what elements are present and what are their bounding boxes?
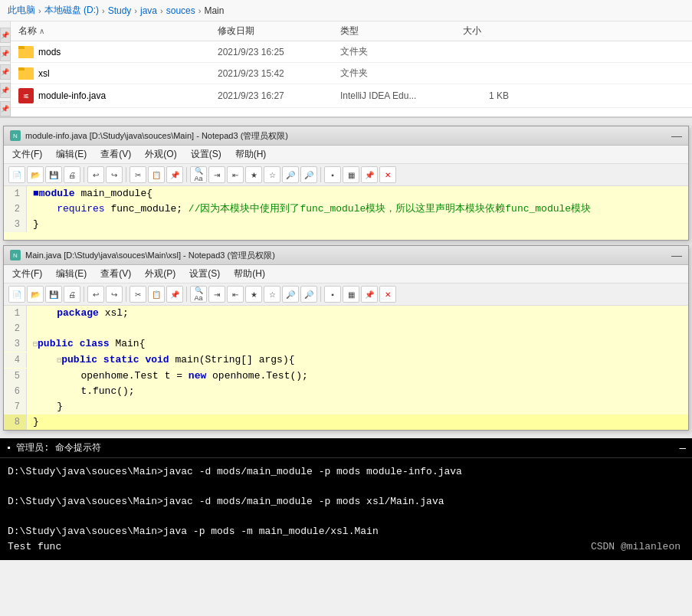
col-type[interactable]: 类型 bbox=[340, 25, 463, 38]
breadcrumb-drive[interactable]: 本地磁盘 (D:) bbox=[44, 4, 99, 17]
tb2-search2[interactable]: 🔎 bbox=[300, 286, 317, 303]
tb2-undo[interactable]: ↩ bbox=[87, 286, 104, 303]
menu-file-1[interactable]: 文件(F) bbox=[10, 147, 44, 162]
pin-btn-5[interactable]: 📌 bbox=[0, 101, 11, 116]
tb2-close[interactable]: ✕ bbox=[379, 286, 396, 303]
tb2-new[interactable]: 📄 bbox=[8, 286, 25, 303]
tb-undo[interactable]: ↩ bbox=[87, 166, 104, 183]
file-name: mods bbox=[38, 47, 61, 57]
tb-print[interactable]: 🖨 bbox=[64, 166, 80, 183]
sep2c bbox=[186, 287, 187, 302]
tb2-open[interactable]: 📂 bbox=[27, 286, 44, 303]
breadcrumb-study[interactable]: Study bbox=[108, 5, 132, 16]
code-line: 6 t.func(); bbox=[4, 384, 688, 399]
code-line: 4 ⊟public static void main(String[] args… bbox=[4, 352, 688, 369]
breadcrumb-pc[interactable]: 此电脑 bbox=[8, 4, 35, 17]
menu-appearance-1[interactable]: 外观(O) bbox=[143, 147, 179, 162]
breadcrumb-souces[interactable]: souces bbox=[166, 5, 195, 16]
tb-open[interactable]: 📂 bbox=[27, 166, 44, 183]
line-num: 2 bbox=[4, 202, 27, 217]
code-line: 7 } bbox=[4, 399, 688, 414]
tb2-search1[interactable]: 🔎 bbox=[282, 286, 299, 303]
pin-btn-1[interactable]: 📌 bbox=[0, 28, 11, 43]
code-line: 2 requires func_module; //因为本模块中使用到了func… bbox=[4, 202, 688, 217]
pin-btn-3[interactable]: 📌 bbox=[0, 64, 11, 80]
tb-pin[interactable]: 📌 bbox=[361, 166, 378, 183]
tb-paste[interactable]: 📌 bbox=[166, 166, 183, 183]
tb2-paste[interactable]: 📌 bbox=[166, 286, 183, 303]
notepad-icon: N bbox=[10, 130, 21, 141]
menu-appearance-2[interactable]: 外观(P) bbox=[143, 267, 178, 281]
menu-file-2[interactable]: 文件(F) bbox=[10, 267, 44, 281]
menu-view-2[interactable]: 查看(V) bbox=[98, 267, 133, 281]
line-num: 3 bbox=[4, 336, 27, 352]
cmd-minimize-btn[interactable]: — bbox=[680, 442, 686, 454]
tb2-pin[interactable]: 📌 bbox=[361, 286, 378, 303]
tb-search1[interactable]: 🔎 bbox=[282, 166, 299, 183]
menu-settings-1[interactable]: 设置(S) bbox=[189, 147, 224, 162]
cmd-body: D:\Study\java\souces\Main>javac -d mods/… bbox=[0, 458, 692, 560]
menu-help-1[interactable]: 帮助(H) bbox=[233, 147, 269, 162]
tb2-bookmark2[interactable]: ☆ bbox=[264, 286, 280, 303]
cmd-line-5: D:\Study\java\souces\Main>java -p mods -… bbox=[8, 524, 684, 539]
pin-btn-2[interactable]: 📌 bbox=[0, 46, 11, 61]
line-num: 3 bbox=[4, 217, 27, 232]
menu-view-1[interactable]: 查看(V) bbox=[98, 147, 133, 162]
breadcrumb-main: Main bbox=[204, 5, 224, 16]
tb-bookmark2[interactable]: ☆ bbox=[264, 166, 280, 183]
col-size[interactable]: 大小 bbox=[463, 25, 524, 38]
tb-close[interactable]: ✕ bbox=[379, 166, 396, 183]
tb2-find[interactable]: 🔍Aa bbox=[190, 286, 207, 303]
menu-help-2[interactable]: 帮助(H) bbox=[231, 267, 267, 281]
sep bbox=[126, 167, 126, 182]
tb-outdent[interactable]: ⇤ bbox=[227, 166, 244, 183]
tb-copy[interactable]: 📋 bbox=[148, 166, 165, 183]
file-name-cell: xsl bbox=[18, 67, 218, 80]
tb-redo[interactable]: ↪ bbox=[106, 166, 123, 183]
tb2-redo[interactable]: ↪ bbox=[106, 286, 123, 303]
tb2-save[interactable]: 💾 bbox=[45, 286, 62, 303]
csdn-watermark: CSDN @milanleon bbox=[591, 541, 681, 552]
tb2-extras2[interactable]: ▦ bbox=[343, 286, 359, 303]
code-area-2[interactable]: 1 package xsl; 2 3 ⊟public class Main{ 4 bbox=[4, 306, 688, 430]
table-row[interactable]: xsl 2021/9/23 15:42 文件夹 bbox=[11, 63, 692, 84]
notepad-toolbar-2: 📄 📂 💾 🖨 ↩ ↪ ✂ 📋 📌 🔍Aa ⇥ ⇤ ★ ☆ 🔎 🔎 bbox=[4, 283, 688, 306]
code-line-highlighted: 8 } bbox=[4, 414, 688, 430]
tb2-cut[interactable]: ✂ bbox=[130, 286, 146, 303]
tb-indent[interactable]: ⇥ bbox=[208, 166, 225, 183]
minimize-btn-2[interactable]: — bbox=[671, 249, 682, 261]
col-date[interactable]: 修改日期 bbox=[218, 25, 340, 38]
tb-search2[interactable]: 🔎 bbox=[300, 166, 317, 183]
cmd-icon: ▪ bbox=[6, 443, 11, 454]
menu-edit-2[interactable]: 编辑(E) bbox=[54, 267, 89, 281]
minimize-btn-1[interactable]: — bbox=[671, 129, 682, 142]
table-row[interactable]: mods 2021/9/23 16:25 文件夹 bbox=[11, 41, 692, 63]
tb-new[interactable]: 📄 bbox=[8, 166, 25, 183]
tb-find[interactable]: 🔍Aa bbox=[190, 166, 207, 183]
tb-bookmark[interactable]: ★ bbox=[245, 166, 262, 183]
file-table-header: 名称 ∧ 修改日期 类型 大小 bbox=[11, 21, 692, 41]
sep2: › bbox=[102, 6, 105, 15]
tb2-outdent[interactable]: ⇤ bbox=[227, 286, 244, 303]
tb-extras1[interactable]: ▪ bbox=[324, 166, 341, 183]
tb2-copy[interactable]: 📋 bbox=[148, 286, 165, 303]
col-name[interactable]: 名称 ∧ bbox=[18, 25, 218, 38]
file-name-cell: mods bbox=[18, 46, 218, 58]
breadcrumb-java[interactable]: java bbox=[140, 5, 157, 16]
tb-extras2[interactable]: ▦ bbox=[343, 166, 359, 183]
tb-save[interactable]: 💾 bbox=[45, 166, 62, 183]
tb-cut[interactable]: ✂ bbox=[130, 166, 146, 183]
code-content: t.func(); bbox=[27, 384, 135, 399]
line-num: 8 bbox=[4, 414, 27, 430]
code-area-1[interactable]: 1 ■module main_module{ 2 requires func_m… bbox=[4, 186, 688, 240]
menu-edit-1[interactable]: 编辑(E) bbox=[54, 147, 89, 162]
tb2-bookmark[interactable]: ★ bbox=[245, 286, 262, 303]
sort-arrow: ∧ bbox=[39, 27, 44, 35]
tb2-extras1[interactable]: ▪ bbox=[324, 286, 341, 303]
table-row[interactable]: IE module-info.java 2021/9/23 16:27 Inte… bbox=[11, 84, 692, 108]
tb2-indent[interactable]: ⇥ bbox=[208, 286, 225, 303]
pin-btn-4[interactable]: 📌 bbox=[0, 83, 11, 98]
tb2-print[interactable]: 🖨 bbox=[64, 286, 80, 303]
cmd-window: ▪ 管理员: 命令提示符 — D:\Study\java\souces\Main… bbox=[0, 438, 692, 560]
menu-settings-2[interactable]: 设置(S) bbox=[187, 267, 222, 281]
